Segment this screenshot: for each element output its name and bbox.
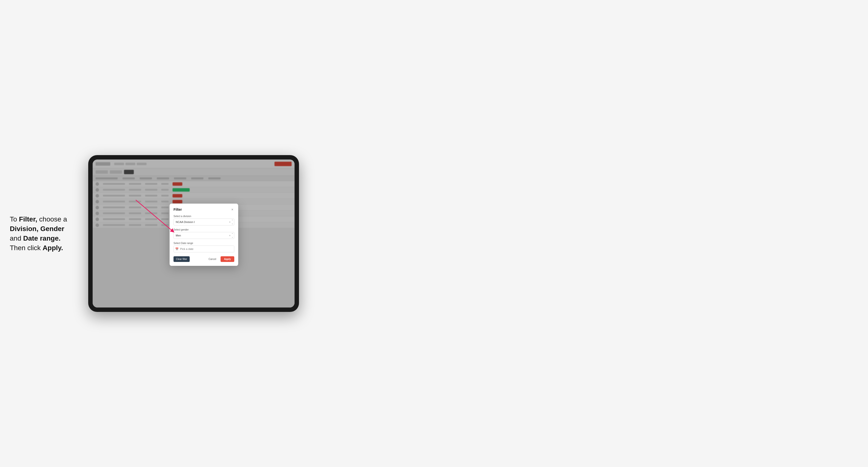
division-gender-bold: Division, Gender [10, 225, 64, 232]
gender-form-group: Select gender Men × ⌃⌄ [174, 228, 234, 239]
modal-title: Filter [174, 208, 182, 212]
date-label: Select Date range [174, 242, 234, 245]
apply-bold: Apply. [43, 244, 63, 252]
division-select-wrapper[interactable]: NCAA Division I × ⌃⌄ [174, 219, 234, 225]
cancel-button[interactable]: Cancel [206, 256, 219, 262]
gender-select[interactable]: Men [174, 232, 234, 239]
date-input[interactable] [174, 246, 234, 252]
apply-button[interactable]: Apply [221, 256, 234, 262]
instruction-text: To Filter, choose a Division, Gender and… [10, 214, 79, 253]
page-container: To Filter, choose a Division, Gender and… [0, 0, 868, 467]
date-form-group: Select Date range 📅 [174, 242, 234, 252]
tablet-device: Filter × Select a division NCAA Division… [88, 155, 299, 312]
clear-filter-button[interactable]: Clear filter [174, 256, 190, 262]
close-icon[interactable]: × [230, 208, 234, 212]
modal-header: Filter × [174, 208, 234, 212]
filter-bold: Filter, [19, 215, 37, 223]
division-form-group: Select a division NCAA Division I × ⌃⌄ [174, 215, 234, 225]
date-input-wrapper[interactable]: 📅 [174, 246, 234, 252]
modal-footer: Clear filter Cancel Apply [174, 256, 234, 262]
tablet-screen: Filter × Select a division NCAA Division… [93, 159, 294, 308]
date-range-bold: Date range. [23, 235, 61, 242]
filter-modal: Filter × Select a division NCAA Division… [169, 204, 238, 266]
gender-label: Select gender [174, 228, 234, 231]
division-select[interactable]: NCAA Division I [174, 219, 234, 225]
modal-footer-right: Cancel Apply [206, 256, 234, 262]
gender-select-wrapper[interactable]: Men × ⌃⌄ [174, 232, 234, 239]
division-label: Select a division [174, 215, 234, 218]
